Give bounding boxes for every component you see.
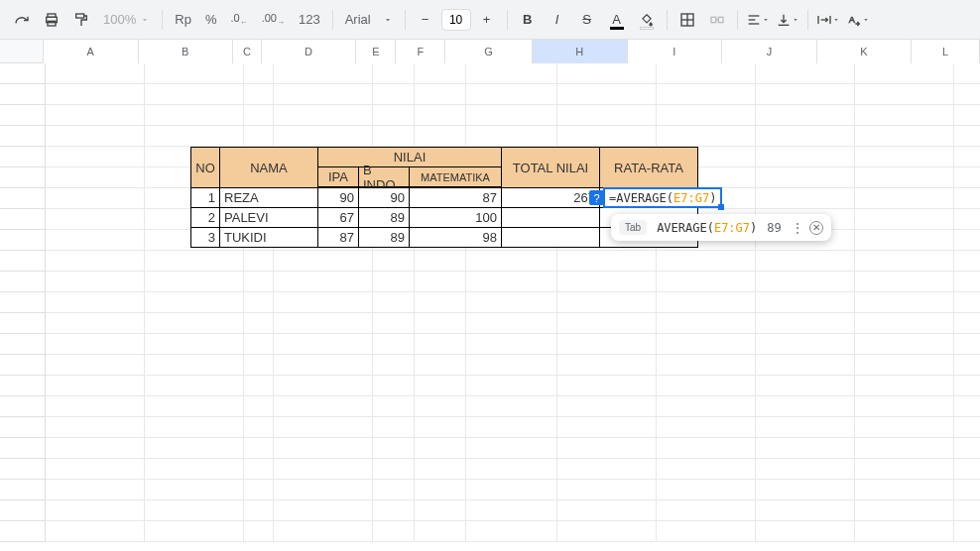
- row-header[interactable]: [0, 188, 46, 209]
- strikethrough-button[interactable]: S: [573, 6, 601, 34]
- font-size-input[interactable]: [441, 9, 471, 31]
- row-header[interactable]: [0, 209, 46, 230]
- row-header[interactable]: [0, 500, 46, 521]
- row-header[interactable]: [0, 105, 46, 126]
- zoom-dropdown[interactable]: 100%: [97, 6, 156, 34]
- cell-bindo[interactable]: 89: [358, 227, 410, 248]
- row-header[interactable]: [0, 230, 46, 251]
- row-header[interactable]: [0, 438, 46, 459]
- italic-button[interactable]: I: [544, 6, 571, 34]
- row-header[interactable]: [0, 147, 46, 167]
- text-color-button[interactable]: A: [603, 6, 631, 34]
- cell-no[interactable]: 1: [190, 187, 220, 208]
- cell-total[interactable]: 267: [501, 187, 600, 208]
- row-header[interactable]: [0, 313, 46, 334]
- row-header[interactable]: [0, 251, 46, 272]
- decrease-decimal-button[interactable]: .0←: [224, 6, 253, 34]
- row-header[interactable]: [0, 417, 46, 438]
- cell-bindo[interactable]: 89: [358, 207, 410, 228]
- bold-button[interactable]: B: [514, 6, 542, 34]
- row-header[interactable]: [0, 396, 46, 417]
- cell-ipa[interactable]: 87: [317, 227, 359, 248]
- fill-handle[interactable]: [718, 204, 724, 210]
- row-header[interactable]: [0, 334, 46, 355]
- row-header[interactable]: [0, 126, 46, 147]
- cell-mtk[interactable]: 98: [409, 227, 502, 248]
- cell-no[interactable]: 2: [190, 207, 220, 228]
- svg-text:A: A: [848, 14, 855, 24]
- th-bindo[interactable]: B INDO: [358, 166, 410, 187]
- col-header-A[interactable]: A: [44, 40, 139, 63]
- col-header-I[interactable]: I: [628, 40, 723, 63]
- horizontal-align-button[interactable]: [744, 6, 772, 34]
- sheet-grid[interactable]: document.write(Array.from({length:23},()…: [46, 63, 980, 542]
- th-total[interactable]: TOTAL NILAI: [501, 147, 600, 188]
- cell-nama[interactable]: TUKIDI: [219, 227, 318, 248]
- row-header[interactable]: [0, 521, 46, 542]
- cell-no[interactable]: 3: [190, 227, 220, 248]
- cell-mtk[interactable]: 87: [409, 187, 502, 208]
- formula-text: =AVERAGE(E7:G7): [609, 191, 716, 205]
- borders-button[interactable]: [674, 6, 701, 34]
- col-header-C[interactable]: C: [233, 40, 262, 63]
- tab-key-hint: Tab: [619, 220, 647, 235]
- row-header[interactable]: [0, 292, 46, 313]
- cell-ipa[interactable]: 90: [317, 187, 359, 208]
- cell-mtk[interactable]: 100: [409, 207, 502, 228]
- currency-button[interactable]: Rp: [169, 6, 197, 34]
- row-header[interactable]: [0, 63, 46, 84]
- font-family-dropdown[interactable]: Arial: [339, 6, 399, 34]
- col-header-G[interactable]: G: [445, 40, 533, 63]
- cell-nama[interactable]: PALEVI: [219, 207, 318, 228]
- text-wrap-button[interactable]: [814, 6, 842, 34]
- th-no[interactable]: NO: [190, 147, 220, 188]
- cell-total[interactable]: [501, 207, 600, 228]
- more-options-icon[interactable]: ⋮: [792, 221, 803, 235]
- more-formats-button[interactable]: 123: [293, 6, 326, 34]
- col-header-H[interactable]: H: [533, 40, 628, 63]
- font-size-decrease-button[interactable]: −: [412, 6, 439, 34]
- select-all-corner[interactable]: [0, 40, 44, 63]
- row-header[interactable]: [0, 480, 46, 500]
- suggestion-formula[interactable]: AVERAGE(E7:G7): [657, 221, 757, 235]
- cell-bindo[interactable]: 90: [358, 187, 410, 208]
- th-mtk[interactable]: MATEMATIKA: [409, 166, 502, 187]
- active-cell-formula[interactable]: =AVERAGE(E7:G7): [603, 187, 722, 208]
- row-header[interactable]: [0, 167, 46, 188]
- row-header[interactable]: [0, 84, 46, 105]
- row-header[interactable]: [0, 459, 46, 480]
- increase-decimal-button[interactable]: .00→: [256, 6, 291, 34]
- col-header-B[interactable]: B: [139, 40, 234, 63]
- font-size-increase-button[interactable]: +: [473, 6, 501, 34]
- redo-button[interactable]: [8, 6, 36, 34]
- col-header-F[interactable]: F: [396, 40, 445, 63]
- paint-format-button[interactable]: [67, 6, 95, 34]
- col-header-D[interactable]: D: [262, 40, 357, 63]
- dismiss-icon[interactable]: ✕: [809, 221, 823, 235]
- col-header-E[interactable]: E: [356, 40, 396, 63]
- col-header-L[interactable]: L: [912, 40, 980, 63]
- th-ipa[interactable]: IPA: [317, 166, 359, 187]
- print-button[interactable]: [38, 6, 65, 34]
- cell-ipa[interactable]: 67: [317, 207, 359, 228]
- th-nilai[interactable]: NILAI: [317, 147, 502, 167]
- svg-rect-3: [76, 14, 84, 18]
- th-nama[interactable]: NAMA: [219, 147, 318, 188]
- col-header-K[interactable]: K: [817, 40, 913, 63]
- row-header[interactable]: [0, 355, 46, 376]
- merge-cells-button[interactable]: [703, 6, 731, 34]
- text-rotation-button[interactable]: A: [844, 6, 872, 34]
- formula-help-badge[interactable]: ?: [589, 190, 604, 205]
- th-rata[interactable]: RATA-RATA: [599, 147, 698, 188]
- cell-total[interactable]: [501, 227, 600, 248]
- toolbar: 100% Rp % .0← .00→ 123 Arial − + B I S A…: [0, 0, 980, 40]
- vertical-align-button[interactable]: [774, 6, 801, 34]
- col-header-J[interactable]: J: [722, 40, 817, 63]
- row-headers: [0, 63, 46, 542]
- percent-button[interactable]: %: [199, 6, 223, 34]
- formula-suggestion-tooltip: Tab AVERAGE(E7:G7) 89 ⋮ ✕: [611, 214, 831, 241]
- row-header[interactable]: [0, 272, 46, 292]
- cell-nama[interactable]: REZA: [219, 187, 318, 208]
- row-header[interactable]: [0, 376, 46, 396]
- fill-color-button[interactable]: [633, 6, 661, 34]
